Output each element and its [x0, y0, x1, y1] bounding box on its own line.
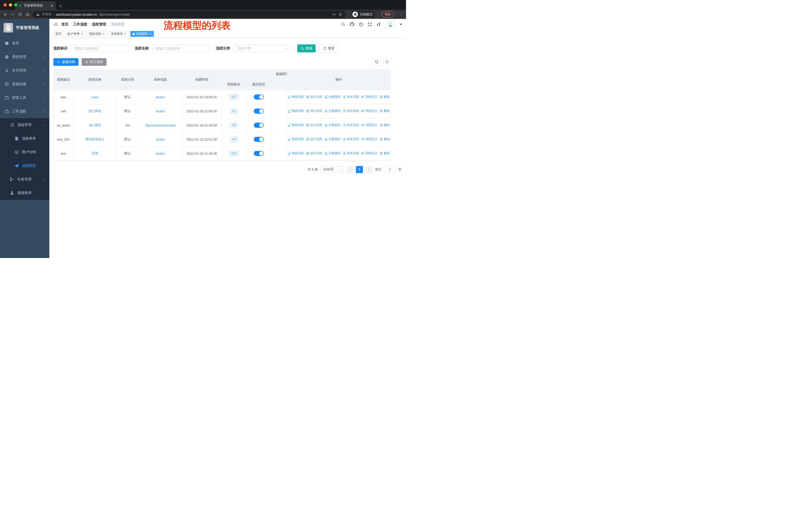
action-edit-link[interactable]: 修改流程 [288, 95, 304, 99]
action-definition-link[interactable]: 流程定义 [361, 137, 377, 141]
sidebar-fold-icon[interactable] [53, 22, 58, 27]
breadcrumb-item[interactable]: 首页 [61, 22, 68, 26]
tag-close-icon[interactable]: ✕ [103, 32, 105, 35]
sidebar-item-workflow[interactable]: 工作流程 [0, 105, 49, 118]
sidebar-item-system[interactable]: 系统管理 [0, 50, 49, 64]
form-info-link[interactable]: biubiu [156, 138, 165, 141]
action-publish-link[interactable]: 发布流程 [343, 95, 359, 99]
form-info-link[interactable]: biubiu [156, 95, 165, 99]
filter-id-input[interactable] [71, 44, 128, 52]
sidebar-item-leave-query[interactable]: 请假查询 [0, 186, 49, 200]
sidebar-item-payment[interactable]: 支付管理 [0, 64, 49, 77]
active-toggle[interactable] [254, 137, 264, 142]
tag-close-icon[interactable]: ✕ [149, 32, 151, 35]
action-edit-link[interactable]: 修改流程 [288, 151, 304, 156]
action-publish-link[interactable]: 发布流程 [343, 123, 359, 127]
current-page-button[interactable]: 1 [356, 166, 363, 173]
forward-icon[interactable] [10, 12, 15, 17]
action-publish-link[interactable]: 发布流程 [343, 109, 359, 113]
next-page-icon[interactable] [366, 166, 373, 173]
model-name-link[interactable]: eeee [91, 95, 99, 99]
key-icon[interactable] [332, 12, 336, 17]
new-tab-button[interactable] [59, 4, 62, 8]
form-info-link[interactable]: biubiu [156, 152, 165, 156]
action-assign-link[interactable]: 分配规则 [324, 109, 341, 113]
search-button[interactable]: 搜索 [297, 44, 316, 52]
action-assign-link[interactable]: 分配规则 [324, 151, 341, 156]
action-edit-link[interactable]: 修改流程 [288, 123, 304, 127]
tag-close-icon[interactable]: ✕ [81, 32, 83, 35]
sidebar-item-bpm-form[interactable]: 流程表单 [0, 132, 49, 145]
zoom-window-button[interactable] [14, 3, 18, 6]
create-model-button[interactable]: 新建流程 [53, 58, 79, 66]
action-delete-link[interactable]: 删除 [380, 123, 389, 127]
action-assign-link[interactable]: 分配规则 [324, 137, 341, 141]
tab-close-icon[interactable]: ✕ [51, 4, 53, 7]
tag-流程表单[interactable]: 流程表单✕ [109, 31, 128, 37]
action-design-link[interactable]: 设计流程 [306, 123, 322, 127]
model-name-link[interactable]: 滔博 [92, 152, 98, 155]
action-delete-link[interactable]: 删除 [380, 151, 389, 156]
form-info-link[interactable]: biubiu [156, 109, 165, 113]
action-edit-link[interactable]: 修改流程 [288, 137, 304, 141]
action-assign-link[interactable]: 分配规则 [324, 123, 341, 127]
action-definition-link[interactable]: 流程定义 [361, 123, 377, 127]
address-bar[interactable]: 不安全 dashboard.yudao.iocoder.cn/bpm/manag… [33, 11, 346, 18]
browser-menu-icon[interactable]: ⋮ [399, 12, 403, 17]
tag-close-icon[interactable]: ✕ [124, 32, 126, 35]
action-delete-link[interactable]: 删除 [380, 109, 389, 113]
action-edit-link[interactable]: 修改流程 [288, 109, 304, 113]
action-design-link[interactable]: 设计流程 [306, 151, 322, 156]
navbar-search-icon[interactable] [341, 22, 345, 26]
action-assign-link[interactable]: 分配规则 [324, 95, 341, 99]
action-design-link[interactable]: 设计流程 [306, 95, 322, 99]
back-icon[interactable] [3, 12, 7, 17]
model-name-link[interactable]: 自己审批 [88, 109, 102, 113]
bookmark-star-icon[interactable] [338, 12, 342, 17]
minimize-window-button[interactable] [9, 3, 12, 6]
tag-流程模型[interactable]: 流程模型✕ [130, 31, 154, 37]
github-icon[interactable] [350, 22, 354, 27]
action-delete-link[interactable]: 删除 [380, 95, 389, 99]
model-name-link[interactable]: OA 请假 [89, 123, 101, 127]
active-toggle[interactable] [254, 123, 264, 128]
toolbar-refresh-icon[interactable] [383, 58, 390, 66]
browser-tab[interactable]: 芋道管理系统 ✕ [16, 1, 56, 10]
page-size-select[interactable]: 10条/页 [320, 166, 344, 173]
action-delete-link[interactable]: 删除 [380, 137, 389, 141]
action-publish-link[interactable]: 发布流程 [343, 137, 359, 141]
browser-update-button[interactable]: 更新 [382, 11, 394, 18]
font-size-icon[interactable] [376, 22, 381, 27]
form-info-link[interactable]: /bpm/oa/leave/create [145, 124, 175, 127]
help-icon[interactable] [359, 22, 363, 27]
active-toggle[interactable] [254, 151, 264, 156]
reset-button[interactable]: 重置 [319, 44, 338, 52]
goto-page-input[interactable] [384, 166, 396, 173]
close-window-button[interactable] [3, 3, 7, 6]
avatar-caret-icon[interactable] [400, 24, 402, 25]
tag-首页[interactable]: 首页 [53, 31, 64, 37]
user-avatar[interactable] [385, 21, 396, 28]
import-model-button[interactable]: 导入流程 [82, 58, 107, 66]
home-icon[interactable] [25, 12, 29, 17]
action-design-link[interactable]: 设计流程 [306, 109, 322, 113]
tag-租户管理[interactable]: 租户管理✕ [65, 31, 85, 37]
sidebar-item-home[interactable]: 首页 [0, 36, 49, 50]
action-definition-link[interactable]: 流程定义 [361, 109, 377, 113]
model-name-link[interactable]: 测试多审批人 [85, 137, 105, 141]
filter-name-input[interactable] [152, 44, 209, 52]
sidebar-item-bpm-model[interactable]: 流程模型 [0, 159, 49, 172]
sidebar-item-devtools[interactable]: 研发工具 [0, 91, 49, 105]
sidebar-item-infra[interactable]: 基础设施 [0, 77, 49, 91]
action-publish-link[interactable]: 发布流程 [343, 151, 359, 156]
active-toggle[interactable] [254, 94, 264, 100]
breadcrumb-item[interactable]: 流程管理 [92, 22, 106, 26]
reload-icon[interactable] [18, 12, 22, 17]
sidebar-item-bpm-manage[interactable]: 流程管理 [0, 118, 49, 132]
sidebar-item-user-group[interactable]: 用户分组 [0, 145, 49, 159]
active-toggle[interactable] [254, 109, 264, 114]
prev-page-icon[interactable] [346, 166, 353, 173]
filter-category-select[interactable]: 流程分类 [234, 44, 291, 52]
toolbar-search-toggle-icon[interactable] [373, 58, 381, 66]
action-definition-link[interactable]: 流程定义 [361, 95, 377, 99]
